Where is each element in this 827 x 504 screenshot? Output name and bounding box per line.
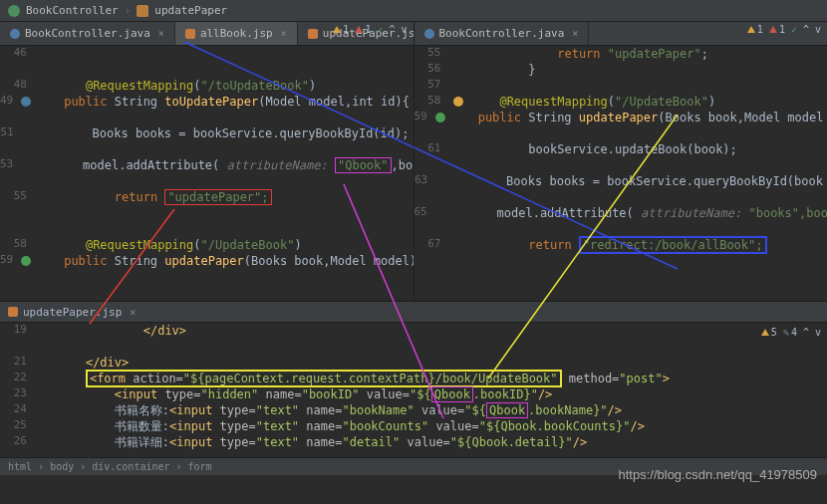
breadcrumb-method[interactable]: updatePaper: [154, 4, 227, 17]
watermark: https://blog.csdn.net/qq_41978509: [619, 467, 818, 482]
close-icon[interactable]: ×: [281, 28, 287, 39]
chevron-down-icon[interactable]: v: [815, 327, 821, 338]
chevron-up-icon[interactable]: ^: [803, 327, 809, 338]
chevron-up-icon[interactable]: ^: [803, 24, 809, 35]
right-code[interactable]: 55 return "updatePaper"; 56 } 57 58 @Req…: [414, 46, 828, 253]
right-pane: BookController.java× 1 1 ✓ ^ v 55 return…: [414, 22, 828, 301]
left-status: 1 1 ✓ ^ v: [333, 24, 407, 35]
chevron-down-icon[interactable]: v: [815, 24, 821, 35]
warning-icon: [761, 329, 769, 336]
error-icon: [769, 26, 777, 33]
breadcrumb-item[interactable]: body: [50, 461, 74, 472]
highlight-qbook-bottom: Qbook: [431, 386, 473, 402]
method-icon: [137, 5, 148, 17]
close-icon[interactable]: ×: [572, 28, 578, 39]
warning-icon: [747, 26, 755, 33]
check-icon: ✓: [791, 24, 797, 35]
class-icon: [8, 5, 20, 17]
bottom-tab[interactable]: updatePaper.jsp ×: [0, 301, 827, 323]
left-code[interactable]: 46 48 @RequestMapping("/toUpdateBook") 4…: [0, 46, 414, 269]
breadcrumb-item[interactable]: html: [8, 461, 32, 472]
bulb-icon[interactable]: [453, 97, 463, 107]
tab-allbook-jsp[interactable]: allBook.jsp×: [175, 22, 298, 45]
highlight-form-action: <form action="${pageContext.request.cont…: [86, 370, 562, 387]
jsp-icon: [8, 307, 18, 317]
breadcrumb-sep: ›: [125, 4, 132, 17]
gutter-icon[interactable]: [21, 256, 31, 266]
tab-bookcontroller-java-right[interactable]: BookController.java×: [414, 22, 590, 45]
highlight-qbook: "Qbook": [335, 157, 392, 173]
error-icon: [355, 26, 363, 33]
highlight-updatepaper: "updatePaper";: [164, 189, 271, 205]
chevron-up-icon[interactable]: ^: [389, 24, 395, 35]
gutter-icon[interactable]: [435, 113, 445, 123]
breadcrumb-item[interactable]: div.container: [92, 461, 169, 472]
java-icon: [424, 29, 434, 39]
chevron-down-icon[interactable]: v: [401, 24, 407, 35]
split-editor: BookController.java× allBook.jsp× update…: [0, 22, 827, 301]
gutter-icon[interactable]: [21, 97, 31, 107]
breadcrumb-item[interactable]: form: [188, 461, 212, 472]
java-icon: [10, 29, 20, 39]
breadcrumb-top: BookController › updatePaper: [0, 0, 827, 22]
jsp-icon: [185, 29, 195, 39]
tab-bookcontroller-java[interactable]: BookController.java×: [0, 22, 175, 45]
close-icon[interactable]: ×: [158, 28, 164, 39]
highlight-qbook-bottom2: Qbook: [486, 402, 528, 418]
highlight-redirect: "redirect:/book/allBook";: [579, 236, 767, 254]
jsp-icon: [308, 29, 318, 39]
left-pane: BookController.java× allBook.jsp× update…: [0, 22, 414, 301]
warning-icon: [333, 26, 341, 33]
right-status: 1 1 ✓ ^ v: [747, 24, 821, 35]
breadcrumb-class[interactable]: BookController: [26, 4, 119, 17]
bottom-pane[interactable]: 5 ✎4 ^ v 19 </div> 21 </div> 22 <form ac…: [0, 323, 827, 457]
close-icon[interactable]: ×: [130, 307, 136, 318]
check-icon: ✓: [377, 24, 383, 35]
bottom-status: 5 ✎4 ^ v: [761, 327, 821, 338]
